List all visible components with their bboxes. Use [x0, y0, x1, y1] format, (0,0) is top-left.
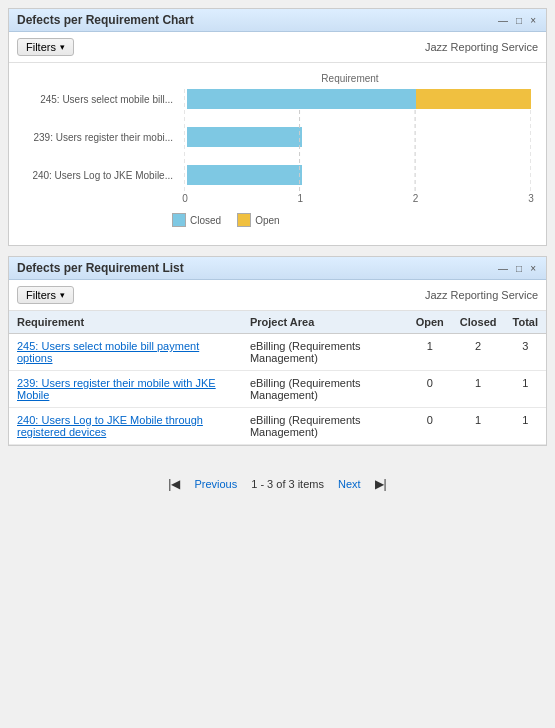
- previous-button[interactable]: Previous: [190, 476, 241, 492]
- cell-open-2: 0: [408, 408, 452, 445]
- chart-label-0: 245: Users select mobile bill...: [29, 94, 179, 105]
- list-close-icon[interactable]: ×: [528, 263, 538, 274]
- cell-closed-1: 1: [452, 371, 505, 408]
- table-body: 245: Users select mobile bill payment op…: [9, 334, 546, 445]
- list-panel: Defects per Requirement List — □ × Filte…: [8, 256, 547, 446]
- list-panel-title: Defects per Requirement List: [17, 261, 184, 275]
- chart-row-0: 245: Users select mobile bill...: [29, 89, 531, 109]
- chart-y-axis-label: Requirement: [169, 73, 531, 84]
- table-header-row: Requirement Project Area Open Closed Tot…: [9, 311, 546, 334]
- chart-maximize-icon[interactable]: □: [514, 15, 524, 26]
- col-header-closed: Closed: [452, 311, 505, 334]
- list-maximize-icon[interactable]: □: [514, 263, 524, 274]
- chart-label-1: 239: Users register their mobi...: [29, 132, 179, 143]
- table-row: 245: Users select mobile bill payment op…: [9, 334, 546, 371]
- defects-table: Requirement Project Area Open Closed Tot…: [9, 311, 546, 445]
- cell-open-1: 0: [408, 371, 452, 408]
- list-panel-header: Defects per Requirement List — □ ×: [9, 257, 546, 280]
- legend-closed-color: [172, 213, 186, 227]
- list-filters-button[interactable]: Filters: [17, 286, 74, 304]
- legend-closed: Closed: [172, 213, 221, 227]
- bar-closed-0: [187, 89, 416, 109]
- col-header-project-area: Project Area: [242, 311, 408, 334]
- x-tick-1: 1: [297, 193, 303, 204]
- cell-project-area-0: eBilling (Requirements Management): [242, 334, 408, 371]
- requirement-link-0[interactable]: 245: Users select mobile bill payment op…: [17, 340, 199, 364]
- list-toolbar: Filters Jazz Reporting Service: [9, 280, 546, 311]
- cell-closed-0: 2: [452, 334, 505, 371]
- chart-toolbar: Filters Jazz Reporting Service: [9, 32, 546, 63]
- last-page-icon[interactable]: ▶|: [375, 477, 387, 491]
- chart-panel-controls: — □ ×: [496, 15, 538, 26]
- col-header-open: Open: [408, 311, 452, 334]
- cell-total-1: 1: [505, 371, 546, 408]
- chart-area: Requirement 245: Users select mobile bil…: [9, 63, 546, 245]
- cell-project-area-1: eBilling (Requirements Management): [242, 371, 408, 408]
- cell-closed-2: 1: [452, 408, 505, 445]
- bar-closed-1: [187, 127, 302, 147]
- chart-row-1: 239: Users register their mobi...: [29, 127, 531, 147]
- legend-open: Open: [237, 213, 279, 227]
- chart-panel-title: Defects per Requirement Chart: [17, 13, 194, 27]
- col-header-requirement: Requirement: [9, 311, 242, 334]
- legend-closed-label: Closed: [190, 215, 221, 226]
- chart-row-2: 240: Users Log to JKE Mobile...: [29, 165, 531, 185]
- col-header-total: Total: [505, 311, 546, 334]
- first-page-icon[interactable]: |◀: [168, 477, 180, 491]
- list-minimize-icon[interactable]: —: [496, 263, 510, 274]
- chart-label-2: 240: Users Log to JKE Mobile...: [29, 170, 179, 181]
- x-tick-3: 3: [528, 193, 534, 204]
- x-tick-2: 2: [413, 193, 419, 204]
- chart-filters-button[interactable]: Filters: [17, 38, 74, 56]
- requirement-link-1[interactable]: 239: Users register their mobile with JK…: [17, 377, 216, 401]
- list-panel-controls: — □ ×: [496, 263, 538, 274]
- table-row: 239: Users register their mobile with JK…: [9, 371, 546, 408]
- bar-open-0: [416, 89, 531, 109]
- bar-closed-2: [187, 165, 302, 185]
- cell-total-0: 3: [505, 334, 546, 371]
- legend-open-color: [237, 213, 251, 227]
- cell-requirement-2: 240: Users Log to JKE Mobile through reg…: [9, 408, 242, 445]
- chart-panel-header: Defects per Requirement Chart — □ ×: [9, 9, 546, 32]
- chart-panel: Defects per Requirement Chart — □ × Filt…: [8, 8, 547, 246]
- chart-close-icon[interactable]: ×: [528, 15, 538, 26]
- requirement-link-2[interactable]: 240: Users Log to JKE Mobile through reg…: [17, 414, 203, 438]
- chart-minimize-icon[interactable]: —: [496, 15, 510, 26]
- x-tick-0: 0: [182, 193, 188, 204]
- table-header: Requirement Project Area Open Closed Tot…: [9, 311, 546, 334]
- cell-project-area-2: eBilling (Requirements Management): [242, 408, 408, 445]
- table-container: Requirement Project Area Open Closed Tot…: [9, 311, 546, 445]
- cell-requirement-0: 245: Users select mobile bill payment op…: [9, 334, 242, 371]
- cell-requirement-1: 239: Users register their mobile with JK…: [9, 371, 242, 408]
- table-row: 240: Users Log to JKE Mobile through reg…: [9, 408, 546, 445]
- list-service-label: Jazz Reporting Service: [425, 289, 538, 301]
- next-button[interactable]: Next: [334, 476, 365, 492]
- chart-legend: Closed Open: [172, 213, 531, 227]
- pagination-bar: |◀ Previous 1 - 3 of 3 items Next ▶|: [0, 466, 555, 502]
- legend-open-label: Open: [255, 215, 279, 226]
- cell-open-0: 1: [408, 334, 452, 371]
- pagination-info: 1 - 3 of 3 items: [251, 478, 324, 490]
- chart-service-label: Jazz Reporting Service: [425, 41, 538, 53]
- cell-total-2: 1: [505, 408, 546, 445]
